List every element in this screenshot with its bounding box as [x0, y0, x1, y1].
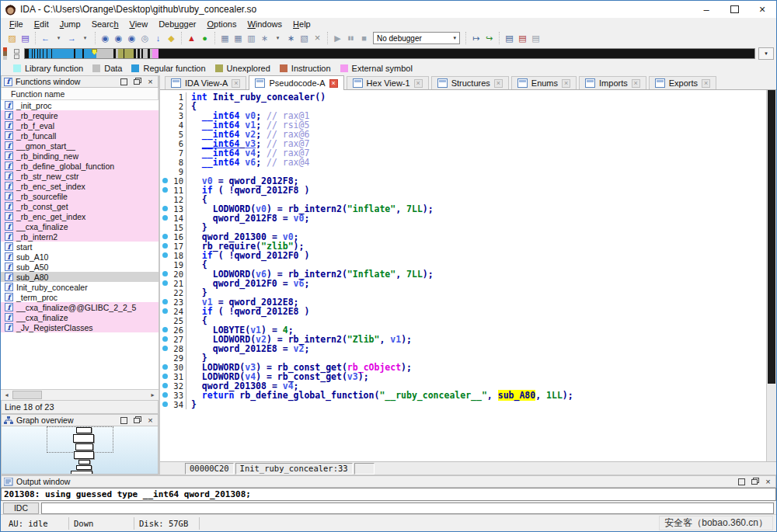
add-breakpoint-icon[interactable]: ▤: [516, 32, 529, 44]
functions-column-header[interactable]: Function name: [1, 88, 159, 100]
tab-close-icon[interactable]: [329, 79, 338, 88]
function-row-init-ruby-concealer[interactable]: fInit_ruby_concealer: [1, 282, 159, 292]
graph-node[interactable]: [71, 471, 92, 475]
function-row-term-proc[interactable]: f_term_proc: [1, 292, 159, 302]
code-line[interactable]: 14 qword_2012F8 = v0;: [160, 214, 776, 223]
function-row-cxa-finalize[interactable]: f__cxa_finalize: [1, 312, 159, 322]
graph-maximize-icon[interactable]: [119, 416, 129, 425]
code-line[interactable]: 1int Init_ruby_concealer(): [160, 92, 776, 102]
function-row-rb-sourcefile[interactable]: f_rb_sourcefile: [1, 191, 159, 201]
forward-icon[interactable]: →: [65, 32, 78, 44]
code-line[interactable]: 33 return rb_define_global_function("__r…: [160, 391, 776, 400]
graph-node[interactable]: [76, 465, 92, 470]
graph-node[interactable]: [78, 460, 90, 464]
tab-close-icon[interactable]: [414, 79, 423, 88]
code-line[interactable]: 11 if ( !qword_2012F8 ): [160, 186, 776, 195]
rename-icon[interactable]: ▥: [245, 32, 258, 44]
output-close-icon[interactable]: [763, 477, 773, 486]
function-row-rb-funcall[interactable]: f_rb_funcall: [1, 130, 159, 141]
back-dropdown-icon[interactable]: ▾: [52, 32, 65, 44]
graph-node[interactable]: [73, 434, 94, 443]
function-row-gmon-start[interactable]: f__gmon_start__: [1, 141, 159, 151]
breakpoint-list-icon[interactable]: ▤: [503, 32, 516, 44]
menu-windows[interactable]: Windows: [242, 19, 287, 29]
function-row-sub-a10[interactable]: fsub_A10: [1, 252, 159, 262]
tab-close-icon[interactable]: [562, 79, 570, 88]
debugger-select[interactable]: No debugger: [373, 32, 460, 44]
menu-debugger[interactable]: Debugger: [153, 19, 201, 29]
run-to-cursor-icon[interactable]: ↪: [483, 32, 496, 44]
scroll-left-icon[interactable]: [1, 390, 12, 400]
menu-options[interactable]: Options: [202, 19, 242, 29]
forward-dropdown-icon[interactable]: ▾: [78, 32, 92, 44]
code-line[interactable]: 28 qword_2012E8 = v2;: [160, 344, 776, 353]
tab-close-icon[interactable]: [632, 79, 640, 88]
delete-function-icon[interactable]: ×: [311, 32, 324, 44]
function-row-rb-f-eval[interactable]: f_rb_f_eval: [1, 120, 159, 130]
function-row-rb-binding-new[interactable]: f_rb_binding_new: [1, 151, 159, 161]
functions-close-icon[interactable]: [145, 77, 155, 86]
scroll-right-icon[interactable]: [147, 390, 159, 400]
modify-icon[interactable]: ∗: [284, 32, 298, 44]
tab-ida-view-a[interactable]: IDA View-A: [165, 76, 246, 89]
highlight-icon[interactable]: ◆: [165, 32, 178, 44]
code-line[interactable]: 21 qword_2012F0 = v6;: [160, 279, 776, 288]
code-line[interactable]: 8 __int64 v6; // rax@4: [160, 158, 776, 167]
graph-float-icon[interactable]: [132, 416, 142, 425]
functions-window-titlebar[interactable]: f Functions window: [1, 75, 159, 88]
code-line[interactable]: 18 if ( !qword_2012F0 ): [160, 251, 776, 260]
output-window-titlebar[interactable]: Output window: [1, 475, 776, 488]
function-row-rb-define-global-function[interactable]: f_rb_define_global_function: [1, 161, 159, 171]
code-line[interactable]: 34}: [160, 400, 776, 409]
navband-dropdown-icon[interactable]: [758, 47, 774, 60]
function-row-start[interactable]: fstart: [1, 242, 159, 252]
tab-close-icon[interactable]: [702, 79, 710, 88]
function-row-rb-intern2[interactable]: f_rb_intern2: [1, 231, 159, 242]
tab-imports[interactable]: Imports: [579, 76, 646, 89]
menu-jump[interactable]: Jump: [54, 19, 86, 29]
edit-function-icon[interactable]: ▧: [298, 32, 311, 44]
graph-close-icon[interactable]: [145, 416, 155, 425]
tab-close-icon[interactable]: [494, 79, 503, 88]
function-row-init-proc[interactable]: f_init_proc: [1, 100, 159, 110]
function-row-rb-str-new-cstr[interactable]: f_rb_str_new_cstr: [1, 171, 159, 181]
delete-breakpoint-icon[interactable]: ▤: [529, 32, 542, 44]
tab-pseudocode-a[interactable]: Pseudocode-A: [249, 75, 343, 90]
tab-exports[interactable]: Exports: [649, 76, 716, 89]
function-row-sub-a50[interactable]: fsub_A50: [1, 262, 159, 272]
patch-dropdown-icon[interactable]: ▾: [271, 32, 284, 44]
functions-maximize-icon[interactable]: [119, 77, 129, 86]
tab-close-icon[interactable]: [232, 79, 240, 88]
functions-hscrollbar[interactable]: [1, 389, 159, 400]
pseudocode-pane[interactable]: 1int Init_ruby_concealer()2{3 __int64 v0…: [160, 90, 776, 461]
menu-help[interactable]: Help: [287, 19, 316, 29]
search-memory-icon[interactable]: ◉: [99, 32, 112, 44]
tab-hex-view-1[interactable]: Hex View-1: [347, 76, 429, 89]
step-into-icon[interactable]: ↦: [469, 32, 483, 44]
output-float-icon[interactable]: [750, 477, 760, 486]
patch-icon[interactable]: ∗: [258, 32, 271, 44]
menu-file[interactable]: File: [4, 19, 29, 29]
tab-structures[interactable]: Structures: [431, 76, 509, 89]
edit-struct-icon[interactable]: ▦: [232, 32, 245, 44]
menu-search[interactable]: Search: [86, 19, 124, 29]
graph-node[interactable]: [74, 451, 94, 459]
save-icon[interactable]: ▤: [19, 32, 32, 44]
graph-node[interactable]: [76, 427, 92, 433]
code-vscroll-thumb[interactable]: [768, 90, 775, 384]
navband-scroll-icons[interactable]: [9, 47, 24, 60]
search-next-icon[interactable]: ◎: [138, 32, 152, 44]
close-button[interactable]: [748, 1, 776, 18]
function-row-jv-registerclasses[interactable]: f_Jv_RegisterClasses: [1, 322, 159, 332]
problems-icon[interactable]: ▲: [185, 32, 198, 44]
minimize-button[interactable]: [692, 1, 720, 18]
search-text-icon[interactable]: ◉: [112, 32, 125, 44]
create-struct-icon[interactable]: ▦: [218, 32, 232, 44]
function-row-sub-a80[interactable]: fsub_A80: [1, 272, 159, 282]
hscroll-thumb[interactable]: [12, 391, 42, 399]
function-row-rb-const-get[interactable]: f_rb_const_get: [1, 201, 159, 211]
code-vscrollbar[interactable]: [766, 90, 776, 461]
open-file-icon[interactable]: ▨: [5, 32, 19, 44]
function-row-rb-enc-get-index[interactable]: f_rb_enc_get_index: [1, 211, 159, 221]
search-sequence-icon[interactable]: ◉: [125, 32, 138, 44]
